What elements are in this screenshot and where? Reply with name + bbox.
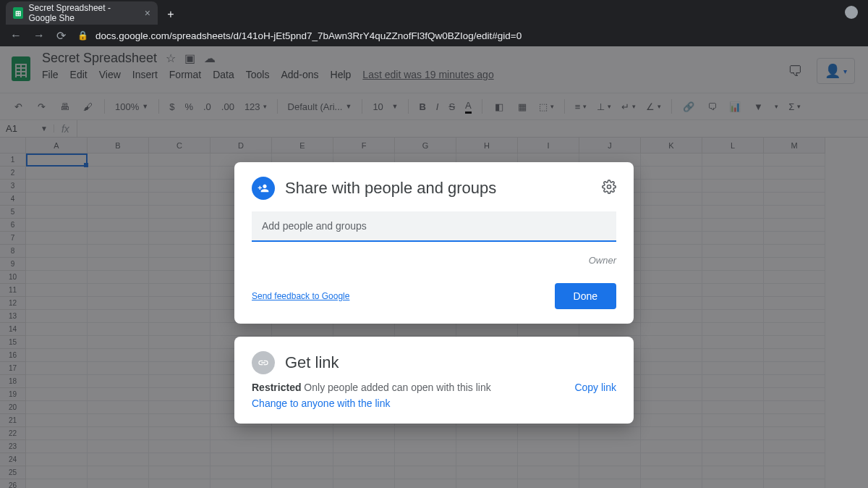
address-bar[interactable]: 🔒 docs.google.com/spreadsheets/d/141oH-j… — [77, 30, 858, 41]
get-link-title: Get link — [285, 353, 339, 372]
share-settings-gear-icon[interactable] — [602, 180, 616, 197]
link-icon — [252, 351, 275, 374]
browser-tab[interactable]: ⊞ Secret Spreadsheet - Google She × — [6, 1, 158, 25]
profile-avatar[interactable] — [845, 6, 858, 19]
close-tab-icon[interactable]: × — [145, 7, 150, 19]
lock-icon: 🔒 — [77, 30, 88, 41]
svg-point-0 — [608, 185, 611, 189]
copy-link-button[interactable]: Copy link — [574, 382, 616, 393]
get-link-dialog: Get link Restricted Only people added ca… — [234, 337, 634, 424]
person-add-icon — [252, 177, 275, 200]
url-text: docs.google.com/spreadsheets/d/141oH-jEt… — [95, 30, 522, 41]
tab-title: Secret Spreadsheet - Google She — [29, 3, 139, 23]
add-people-input[interactable] — [252, 211, 616, 242]
send-feedback-link[interactable]: Send feedback to Google — [252, 291, 349, 301]
change-link-access[interactable]: Change to anyone with the link — [252, 397, 491, 409]
owner-label: Owner — [252, 255, 616, 266]
browser-chrome: ⊞ Secret Spreadsheet - Google She × + ← … — [0, 0, 868, 46]
forward-icon[interactable]: → — [33, 29, 45, 42]
share-dialog-title: Share with people and groups — [285, 179, 496, 198]
sheets-favicon: ⊞ — [13, 7, 23, 19]
share-dialog: Share with people and groups Owner Send … — [234, 162, 634, 324]
done-button[interactable]: Done — [555, 283, 616, 309]
reload-icon[interactable]: ⟳ — [56, 29, 66, 43]
new-tab-button[interactable]: + — [161, 4, 181, 25]
link-restriction-text: Restricted Only people added can open wi… — [252, 382, 491, 393]
back-icon[interactable]: ← — [10, 29, 22, 42]
